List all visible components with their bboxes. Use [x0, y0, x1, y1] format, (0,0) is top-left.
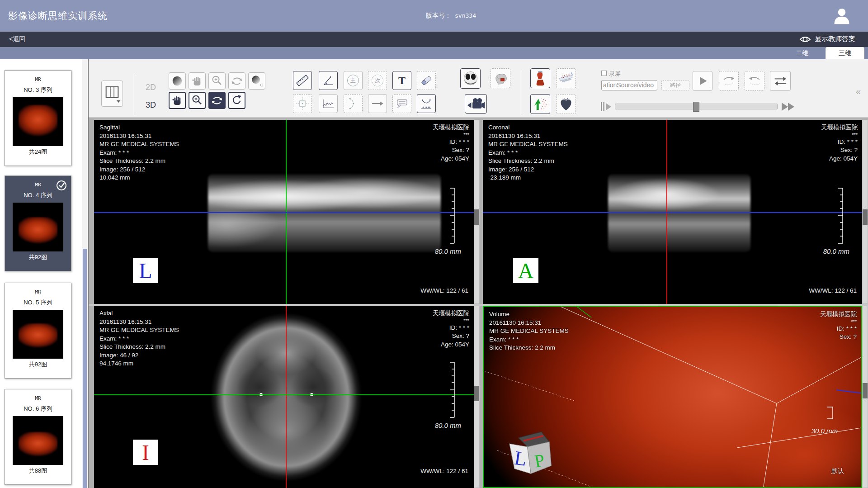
viewport-sagittal[interactable]: Sagittal 20161130 16:15:31 MR GE MEDICAL… — [94, 120, 474, 304]
tool-spline-curve[interactable] — [344, 94, 363, 113]
back-button[interactable]: <返回 — [9, 35, 25, 43]
hand-icon — [191, 75, 203, 87]
coronal-slice-scrollbar[interactable] — [862, 120, 868, 304]
preset-heart-button[interactable] — [556, 94, 576, 114]
series-card-1[interactable]: MR NO. 3 序列 共24图 — [5, 70, 71, 166]
tool-3d-zoom[interactable] — [189, 92, 206, 109]
spline-icon — [345, 96, 361, 111]
scale-label: 80.0 mm — [435, 422, 461, 429]
axial-slice-thumb[interactable] — [474, 386, 479, 401]
collapse-toolbar-icon[interactable]: « — [856, 86, 861, 97]
record-screen-checkbox[interactable] — [601, 71, 607, 76]
tool-roi-box[interactable] — [293, 94, 312, 113]
series-card-4[interactable]: MR NO. 6 序列 共88图 — [5, 389, 71, 485]
tool-2d-pan[interactable] — [189, 72, 206, 90]
crosshair-vertical-red[interactable] — [286, 306, 287, 488]
tool-comment[interactable] — [392, 94, 411, 113]
tab-3d-active[interactable]: 三维 — [826, 47, 864, 59]
sagittal-slice-thumb[interactable] — [474, 209, 479, 225]
text-tool-icon: T — [398, 75, 406, 87]
loop-backward-button[interactable] — [745, 71, 764, 91]
playback-slider[interactable] — [615, 104, 778, 109]
tab-2d[interactable]: 二维 — [786, 47, 818, 59]
sagittal-slice-scrollbar[interactable] — [474, 120, 480, 304]
sagittal-image — [208, 174, 441, 252]
rotate-icon — [211, 94, 223, 107]
tool-2d-zoom[interactable] — [208, 72, 226, 90]
tool-curve-ruler[interactable] — [417, 94, 436, 113]
sidebar-scrollbar[interactable] — [82, 59, 87, 488]
preset-ct-slice-button[interactable] — [460, 68, 481, 89]
heart-icon — [558, 96, 574, 112]
tool-arrow[interactable] — [368, 94, 387, 113]
swap-direction-button[interactable] — [770, 71, 791, 91]
crosshair-horizontal-blue[interactable] — [483, 212, 862, 213]
crosshair-horizontal-blue[interactable] — [94, 212, 474, 213]
path-button[interactable]: 路径 — [661, 80, 689, 90]
video-camera-icon — [467, 96, 486, 112]
tool-2d-reset-window[interactable]: C — [248, 72, 265, 90]
series-card-3[interactable]: MR NO. 5 序列 共92图 — [5, 283, 71, 379]
axial-slice-scrollbar[interactable] — [474, 306, 480, 488]
comment-icon — [394, 96, 410, 111]
viewport-axial[interactable]: Axial 20161130 16:15:31 MR GE MEDICAL SY… — [94, 306, 474, 488]
frame-step-icon[interactable] — [600, 101, 613, 113]
series-count: 共24图 — [5, 148, 71, 156]
show-teacher-answer-button[interactable]: 显示教师答案 — [799, 35, 855, 43]
volume-scrollbar[interactable] — [862, 306, 868, 488]
playback-slider-thumb[interactable] — [693, 102, 699, 112]
viewport-coronal[interactable]: Coronal 20161130 16:15:31 MR GE MEDICAL … — [483, 120, 862, 304]
sidebar-scrollbar-thumb[interactable] — [83, 249, 87, 488]
tool-profile-curve[interactable] — [319, 94, 338, 113]
series-count: 共92图 — [5, 253, 71, 261]
tool-ruler[interactable] — [293, 71, 312, 90]
preset-bone-button[interactable] — [530, 68, 550, 88]
eraser-icon — [419, 73, 434, 88]
tool-eraser[interactable] — [417, 71, 436, 90]
tool-2d-rotate[interactable] — [228, 72, 245, 90]
hand-icon — [171, 94, 184, 107]
volume-scrollbar-thumb[interactable] — [863, 383, 868, 398]
tool-text-annotation[interactable]: T — [392, 71, 411, 90]
video-path-input[interactable]: ationSource/video — [601, 80, 657, 90]
volume-preset-label: 默认 — [831, 467, 844, 475]
viewport-grid: Sagittal 20161130 16:15:31 MR GE MEDICAL… — [89, 118, 868, 488]
crosshair-horizontal-green[interactable] — [94, 394, 474, 395]
tool-angle[interactable] — [319, 71, 338, 90]
user-icon — [832, 5, 852, 25]
loop-backward-icon — [747, 73, 762, 89]
tool-secondary-roi[interactable]: 次 — [368, 71, 387, 90]
series-card-2-selected[interactable]: MR NO. 4 序列 共92图 — [5, 175, 71, 271]
label-2d: 2D — [146, 83, 156, 92]
axial-overlay-right: 天堰模拟医院 *** ID: * * * Sex: ? Age: 054Y — [433, 309, 469, 349]
preset-seed-grow-button[interactable] — [530, 94, 550, 114]
skull-3d-icon — [492, 70, 509, 86]
preset-table-button[interactable] — [556, 68, 576, 88]
zoom-in-icon — [191, 94, 203, 107]
tool-primary-roi[interactable]: 主 — [344, 71, 363, 90]
play-button[interactable] — [693, 71, 712, 91]
swap-arrows-icon — [772, 73, 788, 89]
tool-3d-pan[interactable] — [169, 92, 186, 109]
layout-button[interactable] — [101, 81, 123, 107]
loop-forward-button[interactable] — [719, 71, 739, 91]
scan-table-icon — [558, 70, 574, 86]
preset-skull-3d-button[interactable] — [491, 68, 510, 88]
play-icon — [696, 74, 709, 88]
tool-3d-rotate-active[interactable] — [208, 92, 226, 109]
toolbar: 2D C 3D — [0, 59, 868, 118]
wwwl-label: WW/WL: 122 / 61 — [809, 287, 857, 294]
tool-3d-reset-rotation[interactable] — [228, 92, 245, 109]
coronal-slice-thumb[interactable] — [863, 209, 868, 225]
viewport-volume[interactable]: L P Volume 20161130 16:15:31 MR GE MEDIC… — [483, 306, 862, 488]
app-title: 影像诊断思维实训系统 — [8, 9, 108, 22]
series-modality: MR — [5, 76, 71, 82]
version-info: 版本号：svn334 — [426, 12, 476, 20]
curve-ruler-icon — [419, 96, 434, 111]
user-avatar-button[interactable] — [832, 5, 852, 25]
toolbar-separator — [134, 74, 134, 115]
fast-forward-icon[interactable] — [781, 101, 797, 113]
export-video-button[interactable] — [465, 94, 487, 114]
tool-2d-window-level[interactable] — [169, 72, 186, 90]
sagittal-overlay-right: 天堰模拟医院 *** ID: * * * Sex: ? Age: 054Y — [433, 123, 469, 163]
